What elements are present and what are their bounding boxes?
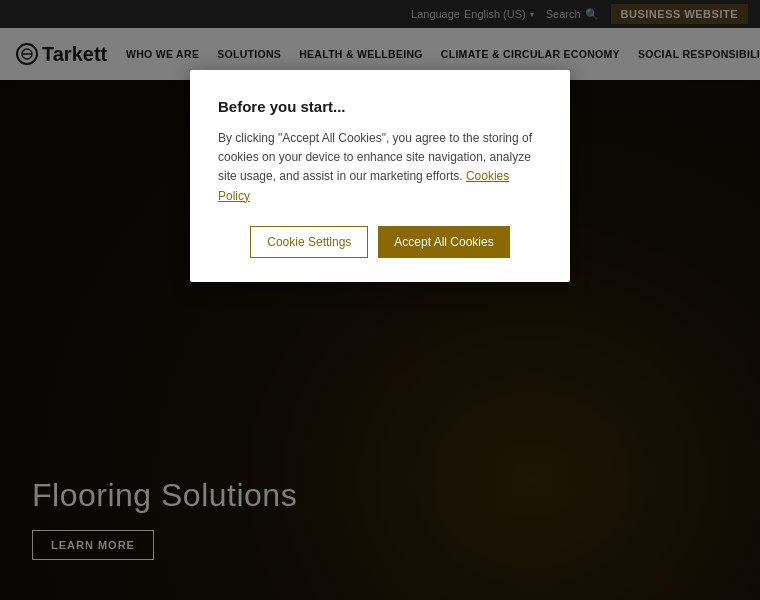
cookie-modal-buttons: Cookie Settings Accept All Cookies [218, 226, 542, 258]
cookie-modal-body: By clicking "Accept All Cookies", you ag… [218, 129, 542, 206]
cookie-modal-title: Before you start... [218, 98, 542, 115]
modal-overlay: Before you start... By clicking "Accept … [0, 0, 760, 600]
accept-all-cookies-button[interactable]: Accept All Cookies [378, 226, 509, 258]
cookie-settings-button[interactable]: Cookie Settings [250, 226, 368, 258]
cookie-modal: Before you start... By clicking "Accept … [190, 70, 570, 282]
